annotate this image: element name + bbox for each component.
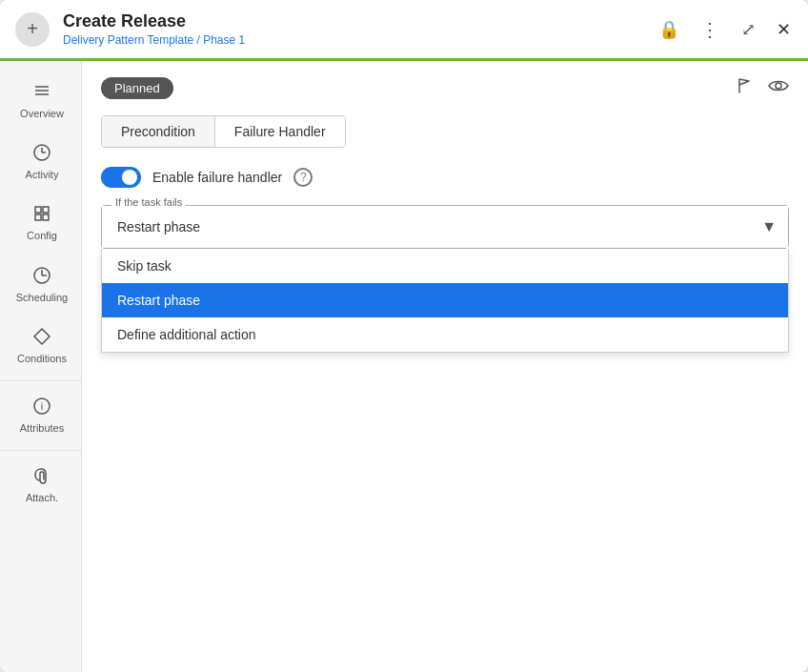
toggle-row: Enable failure handler ? [101, 167, 789, 188]
help-icon[interactable]: ? [293, 168, 313, 187]
toggle-label: Enable failure handler [152, 170, 282, 185]
scheduling-icon [32, 266, 51, 288]
lock-icon: 🔒 [658, 19, 679, 40]
status-icons [736, 76, 789, 100]
title-bar: + Create Release Delivery Pattern Templa… [0, 0, 808, 61]
svg-marker-13 [34, 329, 50, 344]
more-icon: ⋮ [700, 18, 720, 41]
tab-failure-handler[interactable]: Failure Handler [215, 116, 345, 147]
tabs: Precondition Failure Handler [101, 115, 346, 148]
content-area: Planned Pre [82, 61, 808, 672]
main-layout: Overview Activity [0, 61, 808, 672]
attach-icon [32, 466, 51, 488]
activity-icon [32, 143, 51, 165]
add-button[interactable]: + [15, 12, 50, 47]
sidebar-item-scheduling-label: Scheduling [16, 292, 68, 304]
config-icon [32, 204, 51, 226]
title-info: Create Release Delivery Pattern Template… [63, 11, 656, 47]
sidebar-item-attributes-label: Attributes [20, 422, 64, 435]
sidebar-item-conditions-label: Conditions [17, 353, 67, 365]
main-window: + Create Release Delivery Pattern Templa… [0, 0, 808, 672]
sidebar-item-activity-label: Activity [26, 169, 59, 181]
sidebar-item-attach-label: Attach. [26, 492, 58, 504]
dropdown-wrapper: If the task fails Skip task Restart phas… [101, 205, 789, 249]
expand-button[interactable]: ⤢ [739, 17, 758, 42]
svg-rect-6 [35, 207, 41, 213]
sidebar-item-activity[interactable]: Activity [0, 132, 81, 193]
eye-button[interactable] [768, 76, 789, 100]
svg-rect-9 [43, 214, 49, 220]
sidebar-item-scheduling[interactable]: Scheduling [0, 255, 81, 316]
sidebar-item-config[interactable]: Config [0, 193, 81, 254]
attributes-icon: i [32, 397, 51, 418]
dropdown-option-define[interactable]: Define additional action [102, 317, 788, 352]
dropdown-legend: If the task fails [111, 196, 186, 208]
status-badge: Planned [101, 77, 173, 99]
dropdown-option-restart[interactable]: Restart phase [102, 283, 788, 317]
overview-icon [32, 82, 51, 104]
svg-rect-7 [43, 207, 49, 213]
more-button[interactable]: ⋮ [698, 16, 722, 43]
close-icon: ✕ [777, 19, 791, 40]
toggle-slider [101, 167, 141, 188]
svg-rect-8 [35, 214, 41, 220]
sidebar: Overview Activity [0, 61, 82, 672]
window-title: Create Release [63, 11, 656, 31]
status-bar: Planned [101, 76, 789, 100]
dropdown-select[interactable]: Skip task Restart phase Define additiona… [102, 206, 788, 248]
title-actions: 🔒 ⋮ ⤢ ✕ [656, 16, 793, 43]
sidebar-item-attach[interactable]: Attach. [0, 455, 81, 516]
tab-precondition[interactable]: Precondition [102, 116, 215, 147]
sidebar-item-config-label: Config [27, 230, 57, 242]
expand-icon: ⤢ [741, 19, 756, 40]
window-subtitle: Delivery Pattern Template / Phase 1 [63, 33, 656, 47]
lock-button[interactable]: 🔒 [656, 17, 681, 42]
sidebar-item-conditions[interactable]: Conditions [0, 316, 81, 377]
flag-button[interactable] [736, 76, 755, 100]
svg-point-16 [776, 83, 781, 89]
sidebar-item-overview[interactable]: Overview [0, 71, 81, 132]
conditions-icon [32, 327, 51, 349]
close-button[interactable]: ✕ [775, 17, 793, 42]
dropdown-option-skip[interactable]: Skip task [102, 249, 788, 283]
dropdown-container: If the task fails Skip task Restart phas… [101, 205, 789, 249]
enable-toggle[interactable] [101, 167, 141, 188]
svg-text:i: i [41, 400, 43, 412]
dropdown-options: Skip task Restart phase Define additiona… [101, 249, 789, 353]
sidebar-item-overview-label: Overview [20, 108, 64, 120]
sidebar-item-attributes[interactable]: i Attributes [0, 385, 81, 446]
